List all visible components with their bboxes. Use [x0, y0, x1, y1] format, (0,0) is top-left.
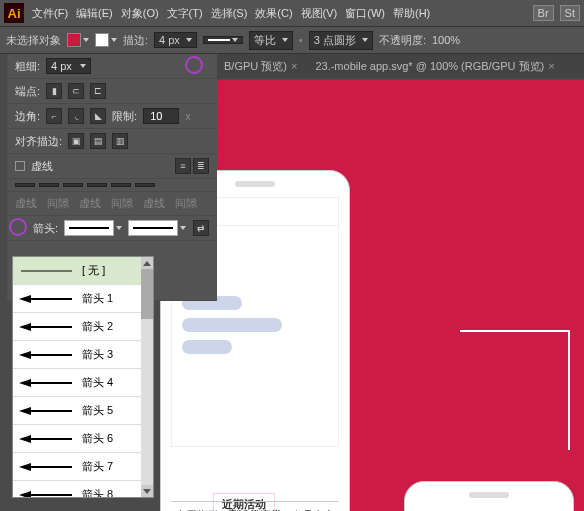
- menu-effect[interactable]: 效果(C): [255, 6, 292, 21]
- gap-field[interactable]: [87, 183, 107, 187]
- arrowhead-option-label: 箭头 2: [82, 319, 113, 334]
- arrowhead-option[interactable]: 箭头 5: [13, 397, 153, 425]
- svg-marker-4: [19, 323, 31, 331]
- width-profile-uniform[interactable]: 等比: [249, 31, 293, 50]
- arrowhead-dropdown-list: [ 无 ]箭头 1箭头 2箭头 3箭头 4箭头 5箭头 6箭头 7箭头 8: [12, 256, 154, 498]
- highlight-marker-icon: [9, 218, 27, 236]
- arrowhead-option[interactable]: 箭头 2: [13, 313, 153, 341]
- menu-window[interactable]: 窗口(W): [345, 6, 385, 21]
- scroll-up-icon[interactable]: [141, 257, 153, 269]
- mock-bottom-nav: 吏用指引 店铺优惠券 会员中心: [171, 501, 339, 511]
- scrollbar[interactable]: [141, 257, 153, 497]
- corner-label: 边角:: [15, 109, 40, 124]
- align-stroke-label: 对齐描边:: [15, 134, 62, 149]
- arrow-icon: [19, 350, 74, 360]
- selection-bracket: [460, 330, 570, 450]
- corner-round-button[interactable]: ◟: [68, 108, 84, 124]
- arrowhead-option[interactable]: 箭头 4: [13, 369, 153, 397]
- corner-miter-button[interactable]: ⌐: [46, 108, 62, 124]
- swap-arrows-button[interactable]: ⇄: [193, 220, 209, 236]
- menu-file[interactable]: 文件(F): [32, 6, 68, 21]
- svg-marker-16: [19, 491, 31, 498]
- menu-object[interactable]: 对象(O): [121, 6, 159, 21]
- document-tabs: B/GPU 预览)× 23.-mobile app.svg* @ 100% (R…: [160, 54, 584, 78]
- artboard-phone-2: [404, 481, 574, 511]
- svg-marker-2: [19, 295, 31, 303]
- gap-field[interactable]: [39, 183, 59, 187]
- bridge-button[interactable]: Br: [533, 5, 554, 21]
- arrowhead-option[interactable]: 箭头 3: [13, 341, 153, 369]
- opacity-value[interactable]: 100%: [432, 34, 460, 46]
- arrow-icon: [19, 462, 74, 472]
- dash-field[interactable]: [63, 183, 83, 187]
- arrow-start-dropdown[interactable]: [64, 220, 122, 236]
- arrowhead-option-label: 箭头 3: [82, 347, 113, 362]
- arrow-icon: [19, 378, 74, 388]
- arrowhead-option-label: 箭头 4: [82, 375, 113, 390]
- close-icon[interactable]: ×: [548, 60, 554, 72]
- fill-swatch[interactable]: [67, 33, 89, 47]
- limit-label: 限制:: [112, 109, 137, 124]
- stroke-width-field[interactable]: 4 px: [154, 32, 197, 48]
- cap-square-button[interactable]: ⊏: [90, 83, 106, 99]
- dash-align-button[interactable]: ≡: [175, 158, 191, 174]
- arrowhead-option-label: 箭头 8: [82, 487, 113, 497]
- canvas-area[interactable]: 近期活动 吏用指引 店铺优惠券 会员中心: [160, 80, 584, 511]
- stock-button[interactable]: St: [560, 5, 580, 21]
- close-icon[interactable]: ×: [291, 60, 297, 72]
- dash-field[interactable]: [111, 183, 131, 187]
- nav-item: 店铺优惠券: [227, 508, 282, 512]
- menu-edit[interactable]: 编辑(E): [76, 6, 113, 21]
- gap-field[interactable]: [135, 183, 155, 187]
- menu-select[interactable]: 选择(S): [211, 6, 248, 21]
- cap-butt-button[interactable]: ▮: [46, 83, 62, 99]
- arrowhead-option[interactable]: 箭头 7: [13, 453, 153, 481]
- dashed-label: 虚线: [31, 159, 53, 174]
- align-outside-button[interactable]: ▥: [112, 133, 128, 149]
- corner-bevel-button[interactable]: ◣: [90, 108, 106, 124]
- nav-item: 会员中心: [291, 508, 335, 512]
- dash-align-corners-button[interactable]: ≣: [193, 158, 209, 174]
- cap-label: 端点:: [15, 84, 40, 99]
- arrow-icon: [19, 406, 74, 416]
- svg-marker-8: [19, 379, 31, 387]
- arrow-icon: [19, 294, 74, 304]
- weight-field[interactable]: 4 px: [46, 58, 91, 74]
- phone-speaker-icon: [235, 181, 275, 187]
- nav-item: 吏用指引: [175, 508, 219, 512]
- menubar: Ai 文件(F) 编辑(E) 对象(O) 文字(T) 选择(S) 效果(C) 视…: [0, 0, 584, 26]
- dash-field[interactable]: [15, 183, 35, 187]
- svg-marker-14: [19, 463, 31, 471]
- svg-marker-10: [19, 407, 31, 415]
- arrow-icon: [19, 490, 74, 498]
- tab-1[interactable]: B/GPU 预览)×: [224, 59, 297, 74]
- arrowhead-option[interactable]: 箭头 1: [13, 285, 153, 313]
- arrow-end-dropdown[interactable]: [128, 220, 186, 236]
- arrow-icon: [19, 434, 74, 444]
- menu-view[interactable]: 视图(V): [301, 6, 338, 21]
- stroke-label: 描边:: [123, 33, 148, 48]
- opacity-label: 不透明度:: [379, 33, 426, 48]
- stroke-swatch[interactable]: [95, 33, 117, 47]
- svg-marker-12: [19, 435, 31, 443]
- tab-2[interactable]: 23.-mobile app.svg* @ 100% (RGB/GPU 预览)×: [315, 59, 554, 74]
- scroll-thumb[interactable]: [141, 269, 153, 319]
- phone-speaker-icon: [469, 492, 509, 498]
- scroll-down-icon[interactable]: [141, 485, 153, 497]
- dashed-checkbox[interactable]: [15, 161, 25, 171]
- brush-dropdown[interactable]: [203, 36, 243, 44]
- arrowhead-option[interactable]: 箭头 6: [13, 425, 153, 453]
- align-center-button[interactable]: ▣: [68, 133, 84, 149]
- arrowhead-option-label: 箭头 6: [82, 431, 113, 446]
- weight-label: 粗细:: [15, 59, 40, 74]
- align-inside-button[interactable]: ▤: [90, 133, 106, 149]
- arrowhead-option[interactable]: 箭头 8: [13, 481, 153, 497]
- menu-type[interactable]: 文字(T): [167, 6, 203, 21]
- svg-marker-6: [19, 351, 31, 359]
- cap-round-button[interactable]: ⊂: [68, 83, 84, 99]
- fill-color-icon: [67, 33, 81, 47]
- menu-help[interactable]: 帮助(H): [393, 6, 430, 21]
- profile-dropdown[interactable]: 3 点圆形: [309, 31, 373, 50]
- miter-limit-field[interactable]: 10: [143, 108, 179, 124]
- arrowhead-option[interactable]: [ 无 ]: [13, 257, 153, 285]
